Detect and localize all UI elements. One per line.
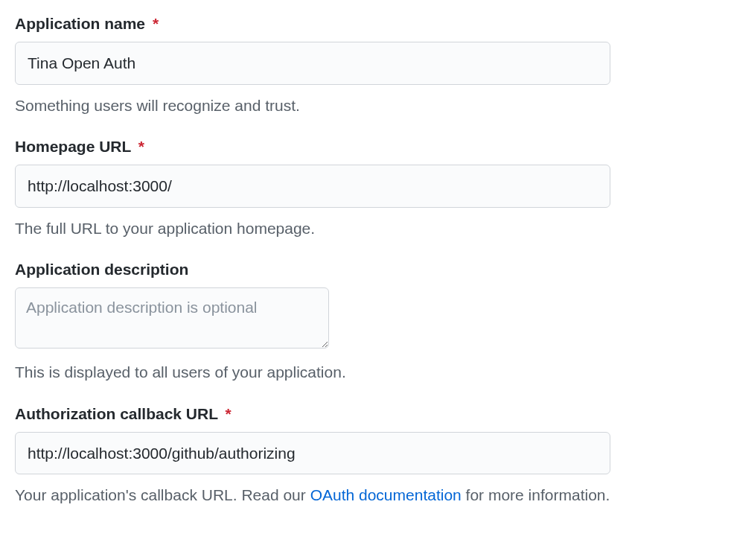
label-text: Homepage URL — [15, 138, 131, 155]
label-text: Application name — [15, 15, 145, 32]
application-description-hint: This is displayed to all users of your a… — [15, 360, 716, 384]
application-name-input[interactable] — [15, 42, 610, 85]
label-text: Authorization callback URL — [15, 405, 218, 422]
application-name-hint: Something users will recognize and trust… — [15, 94, 716, 118]
homepage-url-input[interactable] — [15, 165, 610, 208]
required-asterisk: * — [138, 138, 144, 155]
application-name-group: Application name * Something users will … — [15, 15, 716, 117]
required-asterisk: * — [153, 15, 159, 32]
application-description-group: Application description This is displaye… — [15, 261, 716, 384]
callback-url-label: Authorization callback URL * — [15, 405, 716, 423]
hint-suffix: for more information. — [462, 486, 610, 503]
application-description-textarea[interactable] — [15, 287, 329, 349]
callback-url-input[interactable] — [15, 432, 610, 475]
homepage-url-label: Homepage URL * — [15, 138, 716, 156]
homepage-url-group: Homepage URL * The full URL to your appl… — [15, 138, 716, 240]
oauth-documentation-link[interactable]: OAuth documentation — [310, 486, 462, 503]
callback-url-group: Authorization callback URL * Your applic… — [15, 405, 716, 507]
hint-prefix: Your application's callback URL. Read ou… — [15, 486, 310, 503]
application-description-label: Application description — [15, 261, 716, 279]
required-asterisk: * — [226, 405, 232, 422]
application-name-label: Application name * — [15, 15, 716, 33]
homepage-url-hint: The full URL to your application homepag… — [15, 217, 716, 241]
label-text: Application description — [15, 261, 188, 278]
callback-url-hint: Your application's callback URL. Read ou… — [15, 483, 716, 507]
